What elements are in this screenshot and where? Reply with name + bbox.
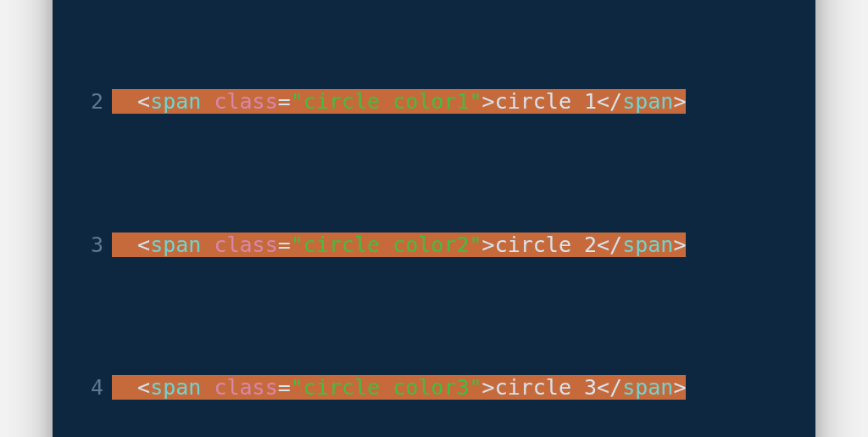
code-line: 4 <span class="circle color3">circle 3</… xyxy=(78,373,790,402)
tag: span xyxy=(622,375,673,400)
code-editor[interactable]: 1 <div class="container display-inline-e… xyxy=(78,0,790,437)
code-window-wrap: 1 <div class="container display-inline-e… xyxy=(53,0,815,437)
punct: > xyxy=(673,233,686,257)
punct: < xyxy=(137,233,150,257)
eq: = xyxy=(278,89,291,114)
line-number: 4 xyxy=(78,373,112,402)
punct: </ xyxy=(597,233,622,257)
attr: class xyxy=(214,233,277,257)
punct: </ xyxy=(597,375,622,400)
indent xyxy=(112,233,137,257)
indent xyxy=(112,375,137,400)
punct: > xyxy=(482,375,495,400)
selection: <span class="circle color3">circle 3</sp… xyxy=(112,375,686,400)
code-src: <span class="circle color2">circle 2</sp… xyxy=(112,231,686,260)
space xyxy=(201,233,214,257)
string: "circle color2" xyxy=(291,233,482,257)
stage: 1 <div class="container display-inline-e… xyxy=(0,0,868,437)
space xyxy=(201,89,214,114)
selection: <span class="circle color1">circle 1</sp… xyxy=(112,89,686,114)
code-line: 2 <span class="circle color1">circle 1</… xyxy=(78,87,790,116)
punct: > xyxy=(482,233,495,257)
selection: <span class="circle color2">circle 2</sp… xyxy=(112,233,686,257)
code-src: <span class="circle color1">circle 1</sp… xyxy=(112,87,686,116)
tag: span xyxy=(150,89,201,114)
eq: = xyxy=(278,375,291,400)
space xyxy=(201,375,214,400)
line-number: 2 xyxy=(78,87,112,116)
tag: span xyxy=(150,375,201,400)
text: circle 2 xyxy=(495,233,597,257)
code-src: <span class="circle color3">circle 3</sp… xyxy=(112,373,686,402)
line-number: 3 xyxy=(78,231,112,260)
punct: </ xyxy=(597,89,622,114)
string: "circle color3" xyxy=(291,375,482,400)
eq: = xyxy=(278,233,291,257)
punct: > xyxy=(673,375,686,400)
punct: > xyxy=(482,89,495,114)
string: "circle color1" xyxy=(291,89,482,114)
tag: span xyxy=(622,233,673,257)
punct: < xyxy=(137,375,150,400)
punct: < xyxy=(137,89,150,114)
indent xyxy=(112,89,137,114)
attr: class xyxy=(214,375,277,400)
code-line: 3 <span class="circle color2">circle 2</… xyxy=(78,231,790,260)
text: circle 3 xyxy=(495,375,597,400)
tag: span xyxy=(622,89,673,114)
punct: > xyxy=(673,89,686,114)
attr: class xyxy=(214,89,277,114)
text: circle 1 xyxy=(495,89,597,114)
tag: span xyxy=(150,233,201,257)
code-window: 1 <div class="container display-inline-e… xyxy=(53,0,815,437)
